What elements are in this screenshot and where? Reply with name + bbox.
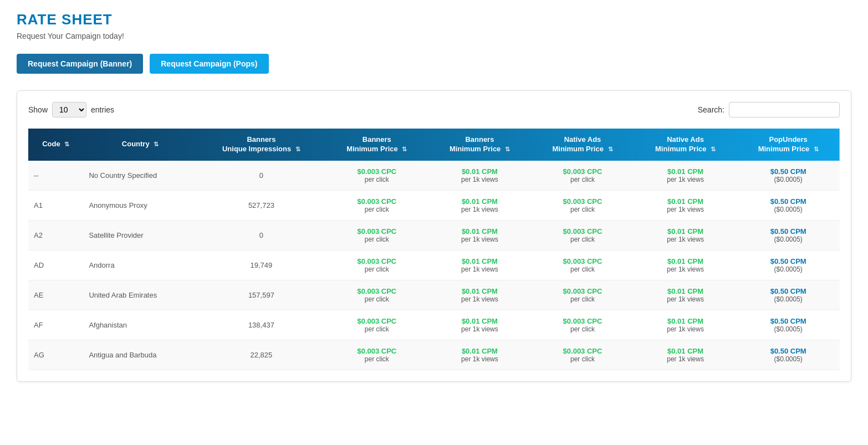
sort-icon-country: ⇅ — [154, 140, 159, 148]
cell-country: No Country Specified — [83, 161, 197, 191]
banners-cpc-sub: per click — [331, 295, 423, 303]
native-cpm-main: $0.01 CPM — [640, 167, 732, 176]
cell-country: Antigua and Barbuda — [83, 340, 197, 370]
banners-cpm-sub: per 1k views — [434, 236, 526, 243]
cell-unique: 527,723 — [197, 190, 325, 220]
table-header-row: Code ⇅ Country ⇅ BannersUnique Impressio… — [28, 129, 840, 161]
col-header-banners-unique[interactable]: BannersUnique Impressions ⇅ — [197, 129, 325, 161]
cell-unique: 19,749 — [197, 250, 325, 280]
cell-code: AD — [28, 250, 83, 280]
cell-banners-cpc: $0.003 CPC per click — [325, 190, 428, 220]
cell-banners-cpc: $0.003 CPC per click — [325, 310, 428, 340]
cell-banners-cpm: $0.01 CPM per 1k views — [428, 161, 532, 191]
sort-icon-banners-cpc: ⇅ — [402, 145, 407, 153]
page-title: RATE SHEET — [17, 11, 851, 28]
search-label: Search: — [698, 105, 724, 114]
cell-banners-cpm: $0.01 CPM per 1k views — [428, 340, 532, 370]
cell-popunders: $0.50 CPM ($0.0005) — [737, 340, 840, 370]
table-container: Show 10 25 50 100 entries Search: Code ⇅ — [17, 90, 851, 382]
pop-sub: ($0.0005) — [742, 295, 834, 303]
page-wrapper: RATE SHEET Request Your Campaign today! … — [0, 0, 868, 393]
table-controls: Show 10 25 50 100 entries Search: — [28, 102, 840, 117]
table-row: AE United Arab Emirates 157,597 $0.003 C… — [28, 280, 840, 310]
cell-popunders: $0.50 CPM ($0.0005) — [737, 250, 840, 280]
native-cpm-sub: per 1k views — [640, 265, 732, 273]
sort-icon-native-cpc: ⇅ — [608, 145, 613, 153]
banners-cpm-sub: per 1k views — [434, 206, 526, 213]
banners-cpm-sub: per 1k views — [434, 295, 526, 303]
native-cpm-sub: per 1k views — [640, 355, 732, 363]
col-header-native-cpc[interactable]: Native AdsMinimum Price ⇅ — [531, 129, 634, 161]
rate-table: Code ⇅ Country ⇅ BannersUnique Impressio… — [28, 129, 840, 370]
col-header-popunders[interactable]: PopUndersMinimum Price ⇅ — [737, 129, 840, 161]
cell-popunders: $0.50 CPM ($0.0005) — [737, 310, 840, 340]
cell-native-cpc: $0.003 CPC per click — [531, 220, 634, 250]
native-cpc-main: $0.003 CPC — [537, 287, 629, 295]
banners-cpm-main: $0.01 CPM — [434, 347, 526, 355]
table-row: A2 Satellite Provider 0 $0.003 CPC per c… — [28, 220, 840, 250]
native-cpm-main: $0.01 CPM — [640, 287, 732, 295]
pop-main: $0.50 CPM — [742, 197, 834, 206]
native-cpc-main: $0.003 CPC — [537, 197, 629, 206]
cell-popunders: $0.50 CPM ($0.0005) — [737, 280, 840, 310]
button-group: Request Campaign (Banner) Request Campai… — [17, 54, 851, 74]
sort-icon-banners-cpm: ⇅ — [505, 145, 510, 153]
request-banner-button[interactable]: Request Campaign (Banner) — [17, 54, 143, 74]
cell-code: AG — [28, 340, 83, 370]
banners-cpc-sub: per click — [331, 355, 423, 363]
search-input[interactable] — [729, 102, 840, 117]
cell-banners-cpc: $0.003 CPC per click — [325, 250, 428, 280]
cell-native-cpm: $0.01 CPM per 1k views — [634, 220, 737, 250]
cell-country: Andorra — [83, 250, 197, 280]
native-cpm-sub: per 1k views — [640, 325, 732, 333]
col-header-country[interactable]: Country ⇅ — [83, 129, 197, 161]
native-cpm-sub: per 1k views — [640, 176, 732, 183]
banners-cpc-sub: per click — [331, 176, 423, 183]
native-cpm-main: $0.01 CPM — [640, 317, 732, 325]
cell-country: United Arab Emirates — [83, 280, 197, 310]
cell-unique: 138,437 — [197, 310, 325, 340]
native-cpc-main: $0.003 CPC — [537, 257, 629, 265]
pop-main: $0.50 CPM — [742, 167, 834, 176]
col-header-banners-cpc[interactable]: BannersMinimum Price ⇅ — [325, 129, 428, 161]
cell-native-cpm: $0.01 CPM per 1k views — [634, 280, 737, 310]
native-cpc-sub: per click — [537, 176, 629, 183]
request-pops-button[interactable]: Request Campaign (Pops) — [150, 54, 268, 74]
cell-native-cpm: $0.01 CPM per 1k views — [634, 161, 737, 191]
native-cpm-main: $0.01 CPM — [640, 197, 732, 206]
table-row: AG Antigua and Barbuda 22,825 $0.003 CPC… — [28, 340, 840, 370]
cell-banners-cpc: $0.003 CPC per click — [325, 280, 428, 310]
native-cpm-main: $0.01 CPM — [640, 227, 732, 236]
native-cpm-sub: per 1k views — [640, 206, 732, 213]
cell-native-cpc: $0.003 CPC per click — [531, 280, 634, 310]
banners-cpm-sub: per 1k views — [434, 325, 526, 333]
col-header-code[interactable]: Code ⇅ — [28, 129, 83, 161]
banners-cpm-sub: per 1k views — [434, 176, 526, 183]
cell-country: Afghanistan — [83, 310, 197, 340]
cell-banners-cpc: $0.003 CPC per click — [325, 340, 428, 370]
cell-unique: 0 — [197, 161, 325, 191]
cell-code: -- — [28, 161, 83, 191]
page-subtitle: Request Your Campaign today! — [17, 32, 851, 40]
entries-select[interactable]: 10 25 50 100 — [52, 102, 86, 117]
cell-banners-cpc: $0.003 CPC per click — [325, 220, 428, 250]
pop-sub: ($0.0005) — [742, 265, 834, 273]
search-box: Search: — [698, 102, 840, 117]
sort-icon-native-cpm: ⇅ — [711, 145, 716, 153]
native-cpc-main: $0.003 CPC — [537, 227, 629, 236]
cell-native-cpc: $0.003 CPC per click — [531, 340, 634, 370]
col-header-native-cpm[interactable]: Native AdsMinimum Price ⇅ — [634, 129, 737, 161]
banners-cpm-sub: per 1k views — [434, 265, 526, 273]
cell-unique: 22,825 — [197, 340, 325, 370]
banners-cpm-main: $0.01 CPM — [434, 257, 526, 265]
col-header-banners-cpm[interactable]: BannersMinimum Price ⇅ — [428, 129, 532, 161]
native-cpm-main: $0.01 CPM — [640, 347, 732, 355]
cell-code: AE — [28, 280, 83, 310]
cell-native-cpm: $0.01 CPM per 1k views — [634, 340, 737, 370]
sort-icon-popunders: ⇅ — [814, 145, 819, 153]
pop-sub: ($0.0005) — [742, 325, 834, 333]
cell-banners-cpm: $0.01 CPM per 1k views — [428, 190, 532, 220]
banners-cpm-main: $0.01 CPM — [434, 317, 526, 325]
table-row: AD Andorra 19,749 $0.003 CPC per click $… — [28, 250, 840, 280]
banners-cpc-main: $0.003 CPC — [331, 257, 423, 265]
